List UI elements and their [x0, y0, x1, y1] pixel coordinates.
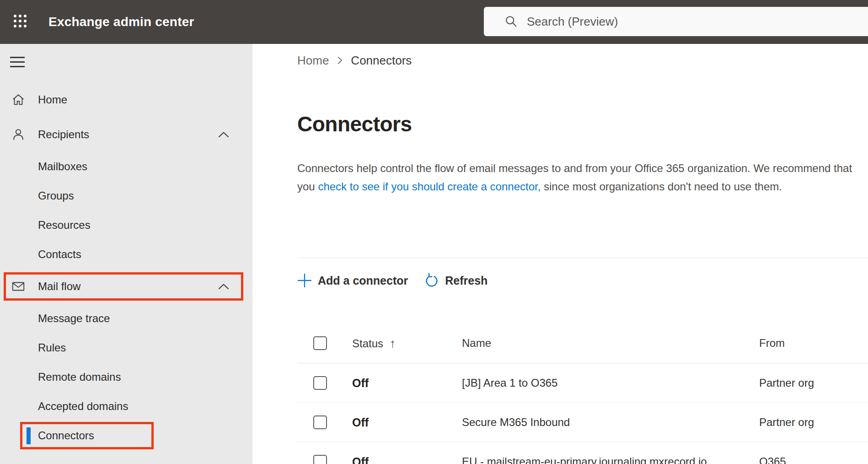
search-icon [504, 14, 519, 29]
column-header-name[interactable]: Name [462, 337, 491, 350]
sidebar-item-accepted-domains[interactable]: Accepted domains [0, 392, 252, 421]
add-connector-label: Add a connector [318, 274, 408, 287]
home-icon [11, 92, 26, 108]
envelope-icon [11, 279, 26, 294]
search-input[interactable] [527, 15, 801, 29]
name-cell[interactable]: EU - mailstream-eu-primary.journaling.mx… [462, 455, 707, 464]
refresh-label: Refresh [445, 274, 488, 287]
refresh-button[interactable]: Refresh [424, 273, 488, 288]
page-description: Connectors help control the flow of emai… [297, 159, 860, 196]
refresh-icon [424, 273, 439, 288]
sidebar-item-home[interactable]: Home [0, 82, 252, 117]
sidebar-item-label: Message trace [38, 312, 110, 325]
command-bar: Add a connector Refresh [297, 258, 488, 303]
sidebar-item-label: Contacts [38, 248, 81, 261]
sidebar-item-resources[interactable]: Resources [0, 210, 252, 240]
app-title: Exchange admin center [48, 0, 194, 44]
row-checkbox[interactable] [313, 376, 327, 390]
sidebar-item-groups[interactable]: Groups [0, 181, 252, 210]
description-text: since most organizations don't need to u… [541, 180, 782, 193]
main-content: Home Connectors Connectors Connectors he… [252, 44, 868, 464]
status-cell: Off [352, 455, 369, 464]
table-row[interactable]: Off Secure M365 Inbound Partner org [297, 403, 868, 442]
plus-icon [297, 273, 312, 288]
row-checkbox[interactable] [313, 415, 327, 429]
create-connector-check-link[interactable]: check to see if you should create a conn… [318, 180, 541, 193]
sidebar-item-label: Accepted domains [38, 400, 128, 413]
sidebar-item-message-trace[interactable]: Message trace [0, 304, 252, 333]
sidebar-item-label: Home [38, 93, 67, 106]
column-header-label: Status [352, 337, 383, 349]
sort-ascending-icon[interactable]: ↑ [390, 336, 396, 350]
waffle-icon [12, 13, 28, 31]
table-row[interactable]: Off EU - mailstream-eu-primary.journalin… [297, 442, 868, 464]
sidebar-item-label: Mail flow [38, 280, 80, 293]
connectors-table: Status↑ Name From Off [JB] Area 1 to O36… [297, 323, 868, 464]
status-cell: Off [352, 415, 369, 429]
navigation-list: Home Recipients Mailboxes Groups Resourc… [0, 82, 252, 450]
selected-item-indicator [27, 427, 31, 444]
chevron-up-icon[interactable] [218, 283, 230, 290]
breadcrumb-current: Connectors [351, 54, 412, 68]
chevron-up-icon[interactable] [218, 131, 230, 138]
from-cell: Partner org [759, 416, 814, 429]
row-checkbox[interactable] [313, 455, 327, 464]
sidebar-item-label: Groups [38, 189, 74, 202]
name-cell[interactable]: [JB] Area 1 to O365 [462, 377, 557, 389]
sidebar-item-contacts[interactable]: Contacts [0, 240, 252, 269]
breadcrumb-home-link[interactable]: Home [297, 54, 329, 68]
sidebar-item-rules[interactable]: Rules [0, 333, 252, 362]
collapse-navigation-button[interactable] [10, 57, 26, 69]
search-box[interactable] [484, 7, 868, 36]
sidebar-item-recipients[interactable]: Recipients [0, 117, 252, 152]
sidebar-item-label: Resources [38, 219, 91, 232]
table-row[interactable]: Off [JB] Area 1 to O365 Partner org [297, 363, 868, 403]
sidebar-item-label: Mailboxes [38, 160, 87, 173]
sidebar-item-label: Rules [38, 341, 66, 354]
status-cell: Off [352, 376, 369, 389]
from-cell: Partner org [759, 377, 814, 389]
add-connector-button[interactable]: Add a connector [297, 273, 408, 288]
table-header-row: Status↑ Name From [297, 323, 868, 363]
page-title: Connectors [297, 110, 412, 138]
sidebar-item-remote-domains[interactable]: Remote domains [0, 362, 252, 392]
select-all-checkbox[interactable] [313, 336, 327, 350]
sidebar-item-label: Recipients [38, 128, 89, 141]
sidebar-item-mail-flow[interactable]: Mail flow [0, 269, 252, 304]
top-app-bar: Exchange admin center [0, 0, 868, 44]
sidebar-item-mailboxes[interactable]: Mailboxes [0, 152, 252, 181]
column-header-status[interactable]: Status↑ [352, 336, 396, 350]
person-icon [11, 127, 26, 142]
breadcrumb-chevron-icon [336, 55, 343, 65]
sidebar-item-connectors[interactable]: Connectors [0, 421, 252, 450]
from-cell: O365 [759, 455, 786, 464]
breadcrumb: Home Connectors [297, 53, 412, 68]
app-launcher-button[interactable] [10, 13, 30, 31]
sidebar-item-label: Connectors [38, 429, 94, 442]
sidebar-item-label: Remote domains [38, 371, 121, 383]
left-navigation: Home Recipients Mailboxes Groups Resourc… [0, 44, 252, 464]
name-cell[interactable]: Secure M365 Inbound [462, 416, 570, 429]
column-header-from[interactable]: From [759, 337, 785, 350]
